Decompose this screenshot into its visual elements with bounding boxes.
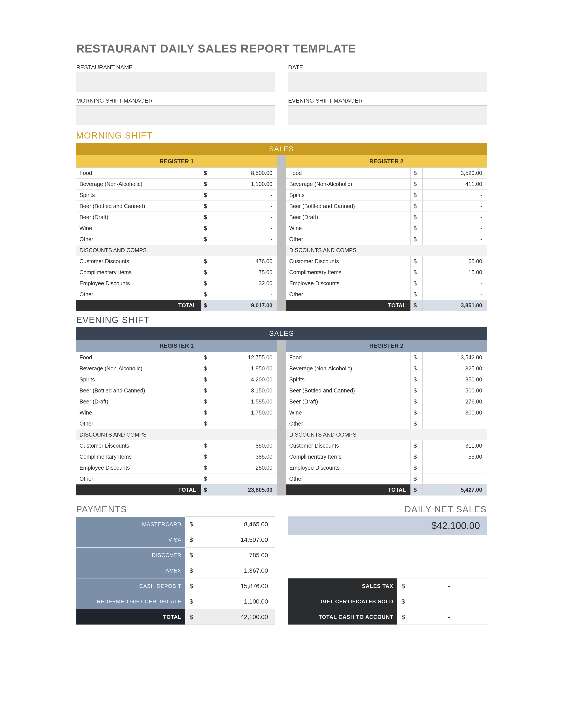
dollar-sign: $ [411,407,423,418]
row-label: Beer (Bottled and Canned) [286,385,411,396]
netsales-col: DAILY NET SALES $42,100.00 SALES TAX$-GI… [288,504,487,625]
morning-mgr-input[interactable] [76,105,275,125]
tax-value: - [411,609,487,625]
evening-mgr-input[interactable] [288,105,487,125]
total-label: TOTAL [76,300,201,311]
sales-row: Wine$- [286,223,487,234]
dollar-sign: $ [201,234,213,245]
row-label: Beverage (Non-Alcoholic) [76,363,201,374]
row-label: Other [286,418,411,429]
sales-row: Food$3,520.00 [286,168,487,179]
payment-row: CASH DEPOSIT$15,876.00 [76,578,275,594]
dollar-sign: $ [411,289,423,300]
date-label: DATE [288,64,487,71]
discount-row: Other$- [76,289,277,300]
sales-row: Other$- [286,418,487,429]
row-label: Other [286,234,411,245]
row-label: Other [76,473,201,484]
dollar-sign: $ [411,374,423,385]
discounts-section-row: DISCOUNTS AND COMPS [286,429,487,440]
row-label: Spirits [286,190,411,201]
dollar-sign: $ [185,578,199,594]
sales-row: Beverage (Non-Alcoholic)$1,850.00 [76,363,277,374]
row-value: 850.00 [423,374,487,385]
row-value: - [213,289,277,300]
sales-row: Spirits$850.00 [286,374,487,385]
sales-row: Wine$1,750.00 [76,407,277,418]
discounts-section-row: DISCOUNTS AND COMPS [286,245,487,256]
row-value: 325.00 [423,363,487,374]
netsales-value: $42,100.00 [288,516,487,535]
row-value: 8,500.00 [213,168,277,179]
total-value: 23,805.00 [213,484,277,495]
sales-row: Other$- [76,418,277,429]
dollar-sign: $ [411,451,423,462]
row-label: Food [286,168,411,179]
sales-row: Beer (Bottled and Canned)$- [286,201,487,212]
tax-row: SALES TAX$- [289,578,487,594]
row-value: 385.00 [213,451,277,462]
row-label: Customer Discounts [286,256,411,267]
sales-row: Wine$- [76,223,277,234]
discount-row: Employee Discounts$250.00 [76,462,277,473]
row-label: Employee Discounts [76,462,201,473]
total-label: TOTAL [76,484,201,495]
dollar-sign: $ [185,609,199,625]
row-label: Complimentary Items [286,451,411,462]
row-label: Other [76,418,201,429]
dollar-sign: $ [411,484,423,495]
dollar-sign: $ [185,594,199,609]
payment-value: 8,465.00 [199,517,275,532]
row-value: 1,100.00 [213,179,277,190]
row-label: Wine [76,223,201,234]
dollar-sign: $ [185,563,199,578]
dollar-sign: $ [201,363,213,374]
evening-reg1-table: Food$12,755.00Beverage (Non-Alcoholic)$1… [76,352,277,495]
row-value: - [423,462,487,473]
discounts-section-label: DISCOUNTS AND COMPS [286,429,487,440]
tax-value: - [411,578,487,594]
dollar-sign: $ [201,212,213,223]
dollar-sign: $ [411,278,423,289]
sales-row: Beverage (Non-Alcoholic)$325.00 [286,363,487,374]
payments-total-row: TOTAL$42,100.00 [76,609,275,625]
row-label: Beer (Bottled and Canned) [76,385,201,396]
morning-gap [277,155,286,311]
dollar-sign: $ [201,407,213,418]
row-value: 65.00 [423,256,487,267]
discounts-section-row: DISCOUNTS AND COMPS [76,245,277,256]
row-label: Spirits [76,190,201,201]
sales-row: Beer (Bottled and Canned)$3,150.00 [76,385,277,396]
restaurant-name-label: RESTAURANT NAME [76,64,275,71]
row-value: - [423,223,487,234]
dollar-sign: $ [398,578,411,594]
page-title: RESTAURANT DAILY SALES REPORT TEMPLATE [76,42,487,55]
payment-row: VISA$14,507.00 [76,532,275,548]
row-value: - [423,289,487,300]
dollar-sign: $ [411,440,423,451]
date-input[interactable] [288,72,487,92]
dollar-sign: $ [411,201,423,212]
row-value: 3,542.00 [423,352,487,363]
row-label: Other [286,289,411,300]
row-value: - [423,418,487,429]
discount-row: Other$- [286,473,487,484]
total-label: TOTAL [286,484,411,495]
row-value: - [423,473,487,484]
row-value: - [423,234,487,245]
discounts-section-label: DISCOUNTS AND COMPS [76,245,277,256]
row-value: - [423,212,487,223]
restaurant-name-input[interactable] [76,72,275,92]
row-label: Beer (Draft) [286,212,411,223]
payment-label: MASTERCARD [76,517,185,532]
row-label: Food [76,352,201,363]
discount-row: Employee Discounts$32.00 [76,278,277,289]
row-value: 250.00 [213,462,277,473]
evening-reg1-col: REGISTER 1 Food$12,755.00Beverage (Non-A… [76,340,277,495]
morning-reg1-col: REGISTER 1 Food$8,500.00Beverage (Non-Al… [76,155,277,311]
row-value: 276.00 [423,396,487,407]
payment-row: DISCOVER$785.00 [76,548,275,563]
payment-label: CASH DEPOSIT [76,578,185,594]
discount-row: Other$- [286,289,487,300]
inputs-row-1: RESTAURANT NAME DATE [76,64,487,92]
